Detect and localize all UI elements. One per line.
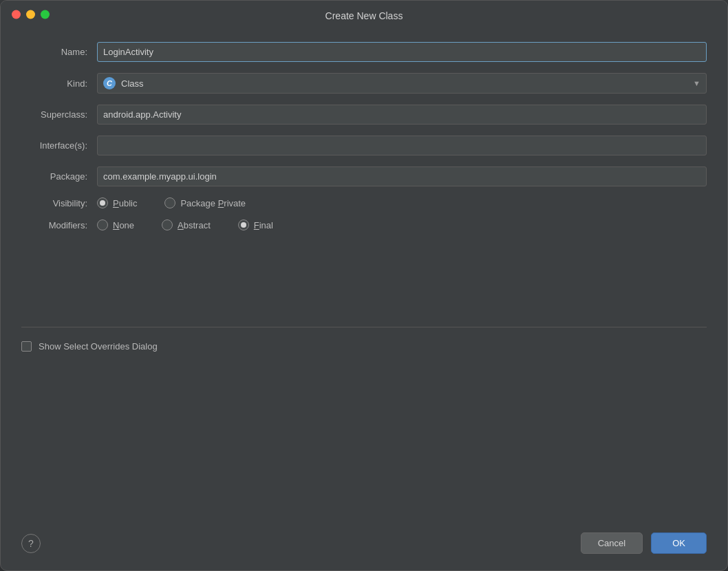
visibility-package-private-radio[interactable]: [164, 197, 175, 208]
modifier-none-label: None: [113, 220, 134, 230]
superclass-row: Superclass:: [21, 105, 707, 125]
name-label: Name:: [21, 47, 97, 57]
kind-label: Kind:: [21, 78, 97, 89]
modifier-final-radio-inner: [241, 222, 246, 228]
chevron-down-icon: ▼: [693, 79, 700, 87]
modifier-none-radio[interactable]: [97, 219, 108, 230]
package-label: Package:: [21, 171, 97, 182]
divider: [21, 327, 707, 327]
modifiers-row: Modifiers: None Abstract Final: [21, 219, 707, 230]
kind-value: Class: [121, 78, 144, 89]
interfaces-row: Interface(s):: [21, 136, 707, 155]
modifier-final-label: Final: [254, 220, 273, 230]
visibility-radio-group: Public Package Private: [97, 197, 707, 208]
footer: ? Cancel OK: [1, 521, 727, 570]
close-button[interactable]: [12, 10, 21, 19]
kind-row: Kind: C Class ▼: [21, 73, 707, 94]
kind-dropdown-left: C Class: [103, 77, 144, 89]
modifier-abstract-radio[interactable]: [162, 219, 173, 230]
name-row: Name:: [21, 42, 707, 62]
visibility-package-private-option[interactable]: Package Private: [164, 197, 246, 208]
bottom-spacer: [21, 365, 707, 437]
show-overrides-label: Show Select Overrides Dialog: [39, 341, 158, 352]
visibility-public-radio-inner: [100, 200, 105, 206]
modifier-none-option[interactable]: None: [97, 219, 134, 230]
visibility-public-label: Public: [113, 198, 137, 208]
modifiers-radio-group: None Abstract Final: [97, 219, 707, 230]
dialog-title: Create New Class: [325, 10, 403, 21]
modifiers-label: Modifiers:: [21, 220, 97, 230]
modifier-abstract-option[interactable]: Abstract: [162, 219, 211, 230]
visibility-row: Visibility: Public Package Private: [21, 197, 707, 208]
interfaces-input[interactable]: [97, 136, 707, 155]
show-overrides-row: Show Select Overrides Dialog: [21, 341, 707, 352]
visibility-public-radio[interactable]: [97, 197, 108, 208]
bottom-spacer2: [21, 436, 707, 508]
package-row: Package:: [21, 166, 707, 186]
maximize-button[interactable]: [41, 10, 50, 19]
spacer: [21, 241, 707, 313]
kind-dropdown[interactable]: C Class ▼: [97, 73, 707, 94]
dialog-content: Name: Kind: C Class ▼ Superclass: Interf…: [1, 28, 727, 521]
visibility-label: Visibility:: [21, 198, 97, 208]
superclass-label: Superclass:: [21, 109, 97, 120]
visibility-public-option[interactable]: Public: [97, 197, 137, 208]
modifier-final-option[interactable]: Final: [238, 219, 273, 230]
show-overrides-checkbox[interactable]: [21, 341, 32, 352]
package-input[interactable]: [97, 166, 707, 186]
visibility-package-private-label: Package Private: [180, 198, 246, 208]
modifier-final-radio[interactable]: [238, 219, 249, 230]
window-controls: [12, 10, 50, 19]
minimize-button[interactable]: [26, 10, 35, 19]
title-bar: Create New Class: [1, 1, 727, 28]
cancel-button[interactable]: Cancel: [581, 532, 643, 554]
help-button[interactable]: ?: [21, 534, 41, 553]
superclass-input[interactable]: [97, 105, 707, 125]
name-input[interactable]: [97, 42, 707, 62]
ok-button[interactable]: OK: [651, 532, 707, 554]
create-class-dialog: Create New Class Name: Kind: C Class ▼ S…: [0, 0, 728, 571]
kind-icon: C: [103, 77, 116, 89]
modifier-abstract-label: Abstract: [178, 220, 211, 230]
interfaces-label: Interface(s):: [21, 140, 97, 151]
footer-buttons: Cancel OK: [581, 532, 707, 554]
